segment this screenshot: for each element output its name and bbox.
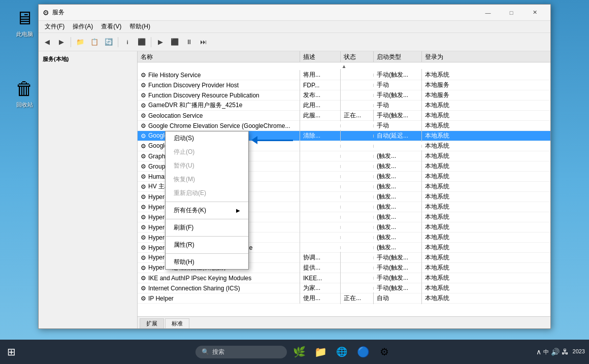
ctx-start[interactable]: 启动(S): [166, 131, 248, 145]
service-icon: ⚙: [141, 285, 146, 292]
tab-expand[interactable]: 扩展: [140, 318, 164, 328]
service-name: Function Discovery Resource Publication: [148, 92, 259, 99]
service-name: IKE and AuthIP IPsec Keying Modules: [148, 275, 251, 282]
list-header: 名称 描述 状态 启动类型 登录为: [138, 51, 550, 62]
ctx-refresh[interactable]: 刷新(F): [166, 221, 248, 235]
service-status: [341, 185, 374, 188]
service-status: [341, 175, 374, 178]
tb-back[interactable]: ◀: [41, 36, 54, 49]
desktop-icon-trash[interactable]: 🗑 回收站: [9, 79, 40, 109]
service-status: [341, 94, 374, 97]
search-placeholder: 搜索: [212, 348, 224, 356]
tb-pause[interactable]: ⏸: [182, 36, 195, 49]
menu-help[interactable]: 帮助(H): [125, 21, 154, 32]
search-bar[interactable]: 🔍 搜索: [195, 346, 287, 358]
service-status: [341, 155, 374, 158]
start-button[interactable]: ⊞: [2, 343, 20, 361]
service-icon: ⚙: [141, 92, 146, 99]
service-row[interactable]: ⚙ IKE and AuthIP IPsec Keying Modules IK…: [138, 273, 550, 283]
ctx-alltasks[interactable]: 所有任务(K)▶: [166, 204, 248, 217]
keyboard-icon[interactable]: 中: [543, 348, 549, 356]
service-row[interactable]: ⚙ Geolocation Service 此服... 正在... 手动(触发.…: [138, 111, 550, 121]
tb-btn3[interactable]: 🔄: [102, 36, 115, 49]
services-window: ⚙ 服务 — □ ✕ 文件(F) 操作(A) 查看(V) 帮助(H) ◀ ▶ 📁…: [38, 4, 551, 329]
service-desc: [300, 236, 341, 239]
left-panel: 服务(本地): [39, 51, 138, 328]
service-icon: ⚙: [141, 214, 146, 221]
taskbar-icon-chrome[interactable]: 🌐: [333, 343, 351, 361]
tab-standard[interactable]: 标准: [165, 318, 189, 328]
ctx-label: 所有任务(K): [174, 206, 206, 215]
window-icon: ⚙: [43, 9, 49, 17]
service-icon: ⚙: [141, 183, 146, 190]
service-status: [341, 84, 374, 87]
chevron-up-icon[interactable]: ∧: [536, 348, 541, 356]
service-status: [341, 226, 374, 229]
col-header-desc[interactable]: 描述: [300, 51, 341, 62]
maximize-button[interactable]: □: [500, 5, 523, 21]
service-row[interactable]: ⚙ Google Chrome Elevation Service (Googl…: [138, 121, 550, 131]
col-header-startup[interactable]: 启动类型: [374, 51, 422, 62]
arrow-head: [251, 136, 257, 144]
desktop-icon-pc[interactable]: 🖥 此电脑: [9, 8, 40, 38]
taskbar-time[interactable]: 2023: [573, 348, 585, 355]
service-desc: [300, 246, 341, 249]
left-panel-title: 服务(本地): [43, 55, 133, 63]
service-desc: [300, 155, 341, 158]
tb-btn5[interactable]: ⬛: [135, 36, 148, 49]
main-content: 服务(本地) 名称 描述 状态 启动类型 登录为 ▲ ⚙: [39, 51, 550, 328]
tb-resume[interactable]: ⏭: [197, 36, 210, 49]
service-row[interactable]: ⚙ File History Service 将用... 手动(触发... 本地…: [138, 70, 550, 80]
ctx-label: 重新启动(E): [174, 189, 206, 197]
col-header-name[interactable]: 名称: [138, 51, 300, 62]
scroll-indicator: ▲: [138, 62, 550, 70]
ctx-label: 属性(R): [174, 241, 194, 249]
tb-forward[interactable]: ▶: [55, 36, 68, 49]
tb-sep2: [118, 37, 118, 47]
service-status: [341, 165, 374, 168]
network-icon[interactable]: 🖧: [562, 348, 569, 356]
pc-icon: 🖥: [14, 8, 35, 28]
service-name: Geolocation Service: [148, 112, 203, 119]
taskbar-icon-settings[interactable]: ⚙: [375, 343, 394, 361]
service-row[interactable]: ⚙ Function Discovery Resource Publicatio…: [138, 90, 550, 101]
tb-play[interactable]: ▶: [154, 36, 167, 49]
ctx-help[interactable]: 帮助(H): [166, 255, 248, 269]
ctx-label: 停止(O): [174, 148, 194, 156]
service-row[interactable]: ⚙ GameDVR 和广播用户服务_4251e 此用... 手动 本地系统: [138, 101, 550, 111]
taskbar-icon-files[interactable]: 📁: [311, 343, 330, 361]
ctx-separator: [166, 219, 248, 219]
tb-btn4[interactable]: i: [121, 36, 134, 49]
taskbar: ⊞ 🔍 搜索 🌿 📁 🌐 🔵 ⚙ ∧ 中 🔊 🖧 2023: [0, 340, 589, 364]
service-login: 本地系统: [422, 292, 473, 304]
menu-file[interactable]: 文件(F): [41, 21, 69, 32]
service-icon: ⚙: [141, 143, 146, 150]
taskbar-icon-plant[interactable]: 🌿: [290, 343, 308, 361]
service-status: [341, 287, 374, 290]
tb-up[interactable]: 📁: [74, 36, 87, 49]
tb-stop[interactable]: ⬛: [168, 36, 181, 49]
close-button[interactable]: ✕: [523, 5, 546, 21]
service-icon: ⚙: [141, 102, 146, 109]
taskbar-icon-edge[interactable]: 🔵: [354, 343, 372, 361]
tb-btn2[interactable]: 📋: [88, 36, 101, 49]
ctx-label: 帮助(H): [174, 258, 194, 267]
col-header-login[interactable]: 登录为: [422, 51, 473, 62]
service-icon: ⚙: [141, 82, 146, 89]
tb-sep1: [71, 37, 71, 47]
toolbar: ◀ ▶ 📁 📋 🔄 i ⬛ ▶ ⬛ ⏸ ⏭: [39, 33, 550, 51]
speaker-icon[interactable]: 🔊: [551, 348, 560, 356]
ctx-pause: 暂停(U): [166, 159, 248, 173]
service-row[interactable]: ⚙ IP Helper 使用... 正在... 自动 本地系统: [138, 293, 550, 304]
menu-action[interactable]: 操作(A): [69, 21, 97, 32]
service-row[interactable]: ⚙ Internet Connection Sharing (ICS) 为家..…: [138, 283, 550, 293]
service-icon: ⚙: [141, 254, 146, 261]
col-header-status[interactable]: 状态: [341, 51, 374, 62]
service-row[interactable]: ⚙ Function Discovery Provider Host FDP..…: [138, 80, 550, 90]
service-icon: ⚙: [141, 112, 146, 119]
minimize-button[interactable]: —: [476, 5, 500, 21]
title-bar: ⚙ 服务 — □ ✕: [39, 5, 550, 21]
menu-view[interactable]: 查看(V): [97, 21, 125, 32]
service-icon: ⚙: [141, 173, 146, 180]
ctx-properties[interactable]: 属性(R): [166, 238, 248, 252]
